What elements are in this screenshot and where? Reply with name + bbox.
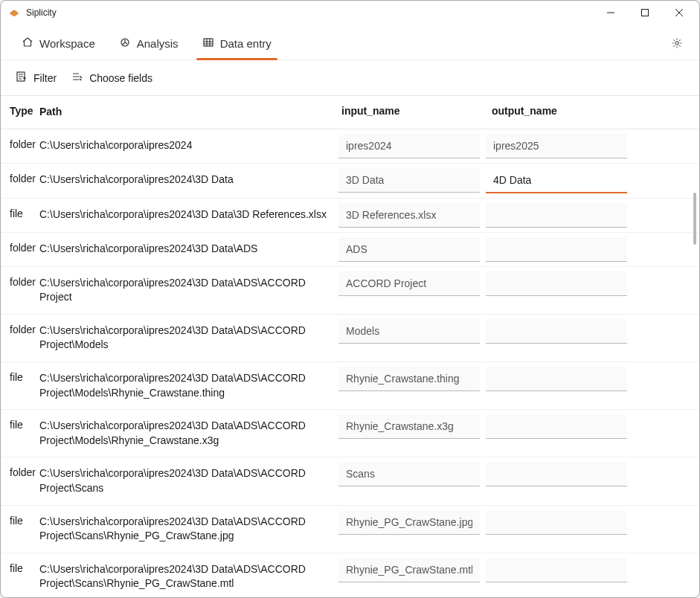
table-row: folderC:\Users\richa\corpora\ipres2024\3… [1,315,699,362]
input-name-field[interactable] [338,319,480,344]
table-row: fileC:\Users\richa\corpora\ipres2024\3D … [1,553,699,597]
analysis-icon [119,36,131,51]
input-name-field[interactable] [338,558,480,582]
cell-input-name [335,129,483,163]
output-name-field[interactable] [486,510,627,535]
cell-input-name [335,267,483,300]
output-name-field[interactable] [486,319,627,344]
output-name-field[interactable] [486,237,627,262]
input-name-field[interactable] [338,462,480,486]
filter-icon [16,71,28,85]
table-row: folderC:\Users\richa\corpora\ipres2024\3… [1,233,699,267]
cell-path: C:\Users\richa\corpora\ipres2024\3D Data [39,164,335,196]
maximize-button[interactable] [628,1,662,24]
cell-path: C:\Users\richa\corpora\ipres2024\3D Data… [39,553,335,597]
window-controls [594,1,696,24]
cell-input-name [335,233,483,266]
input-name-field[interactable] [338,237,480,262]
choose-fields-button[interactable]: Choose fields [65,68,158,88]
table-row: folderC:\Users\richa\corpora\ipres2024\3… [1,164,699,199]
titlebar[interactable]: Siplicity [1,1,699,25]
cell-path: C:\Users\richa\corpora\ipres2024\3D Data… [39,267,335,314]
tab-data-entry[interactable]: Data entry [190,29,283,60]
input-name-field[interactable] [338,203,480,228]
tool-label: Choose fields [89,72,152,84]
cell-input-name [335,410,483,443]
minimize-button[interactable] [594,1,628,24]
cell-type: file [1,362,39,392]
cell-output-name [483,362,630,396]
cell-input-name [335,553,483,587]
column-header-output-name[interactable]: output_name [483,96,630,129]
cell-input-name [335,164,483,197]
input-name-field[interactable] [338,510,480,535]
gear-icon [671,37,683,51]
cell-type: folder [1,457,39,487]
input-name-field[interactable] [338,134,480,158]
output-name-field[interactable] [486,462,627,486]
table-row: fileC:\Users\richa\corpora\ipres2024\3D … [1,362,699,410]
settings-button[interactable] [664,31,690,57]
tool-label: Filter [33,72,57,84]
cell-output-name [483,199,630,232]
tab-label: Workspace [39,37,95,50]
cell-output-name [483,233,630,266]
close-button[interactable] [662,1,696,24]
cell-type: file [1,410,39,440]
svg-rect-1 [642,10,649,16]
cell-path: C:\Users\richa\corpora\ipres2024\3D Data… [39,362,335,409]
svg-rect-5 [204,39,213,46]
fields-icon [71,71,83,85]
home-icon [22,36,33,51]
input-name-field[interactable] [338,271,480,296]
cell-input-name [335,362,483,396]
input-name-field[interactable] [338,367,480,391]
cell-path: C:\Users\richa\corpora\ipres2024\3D Data… [39,506,335,553]
filter-button[interactable]: Filter [10,68,62,88]
output-name-field[interactable] [486,134,627,158]
cell-input-name [335,506,483,539]
cell-type: folder [1,129,39,159]
cell-path: C:\Users\richa\corpora\ipres2024\3D Data… [39,457,335,504]
column-header-path[interactable]: Path [39,96,335,129]
output-name-field[interactable] [486,203,627,228]
cell-output-name [483,267,630,300]
output-name-field[interactable] [486,558,627,582]
cell-output-name [483,129,630,163]
grid-icon [202,36,214,51]
cell-path: C:\Users\richa\corpora\ipres2024\3D Data… [39,315,335,361]
tab-workspace[interactable]: Workspace [10,29,107,60]
input-name-field[interactable] [338,414,480,439]
cell-type: folder [1,267,39,297]
cell-output-name [483,410,630,443]
cell-output-name [483,315,630,348]
content-area: Type Path input_name output_name folderC… [1,95,699,597]
cell-type: file [1,553,39,583]
tab-analysis[interactable]: Analysis [107,29,190,60]
data-grid: Type Path input_name output_name folderC… [1,96,699,597]
svg-point-10 [675,42,678,45]
output-name-field[interactable] [486,367,627,391]
output-name-field[interactable] [486,168,627,193]
tab-label: Data entry [220,37,272,50]
cell-type: folder [1,233,39,263]
output-name-field[interactable] [486,271,627,296]
table-row: folderC:\Users\richa\corpora\ipres2024 [1,129,699,164]
cell-path: C:\Users\richa\corpora\ipres2024 [39,129,335,162]
output-name-field[interactable] [486,414,627,439]
cell-input-name [335,457,483,491]
table-row: fileC:\Users\richa\corpora\ipres2024\3D … [1,410,699,457]
app-icon [8,7,20,19]
nav-tabs: Workspace Analysis Data entry [1,25,699,60]
table-row: folderC:\Users\richa\corpora\ipres2024\3… [1,457,699,505]
column-header-type[interactable]: Type [1,96,39,129]
input-name-field[interactable] [338,168,480,193]
cell-type: file [1,199,39,228]
tab-label: Analysis [137,37,179,50]
cell-input-name [335,315,483,348]
column-header-input-name[interactable]: input_name [335,96,483,129]
toolbar: Filter Choose fields [1,60,699,95]
scrollbar-thumb[interactable] [693,193,696,245]
cell-path: C:\Users\richa\corpora\ipres2024\3D Data… [39,199,335,231]
cell-output-name [483,457,630,491]
